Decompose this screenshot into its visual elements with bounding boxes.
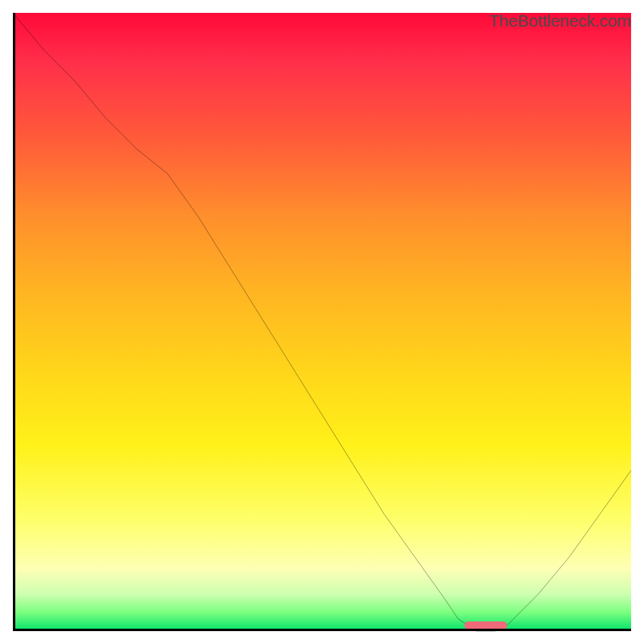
watermark-text: TheBottleneck.com	[489, 11, 631, 31]
curve-path	[13, 13, 631, 631]
valley-marker	[464, 621, 508, 630]
plot-area: TheBottleneck.com	[13, 13, 631, 631]
bottleneck-chart: TheBottleneck.com	[0, 0, 644, 644]
bottleneck-curve	[13, 13, 631, 631]
